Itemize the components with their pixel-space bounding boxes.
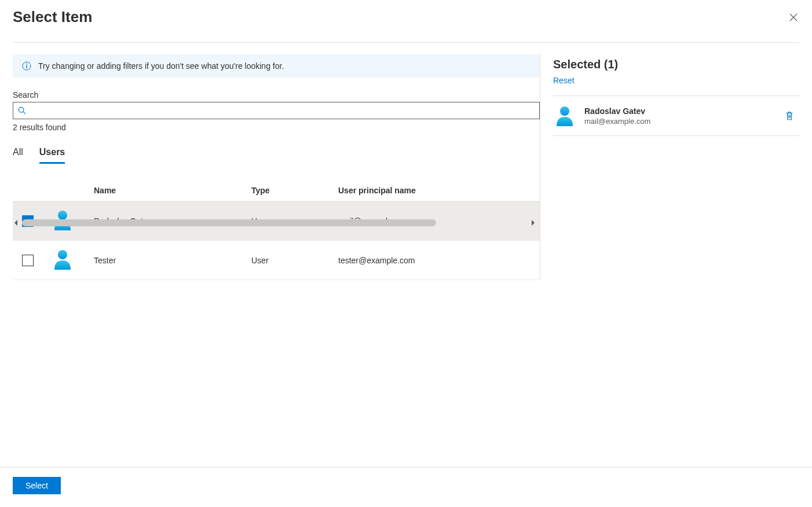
reset-link[interactable]: Reset <box>553 76 575 85</box>
row-type: User <box>251 256 338 265</box>
horizontal-scrollbar[interactable] <box>13 219 536 227</box>
search-box[interactable] <box>13 102 540 119</box>
scroll-left-icon[interactable] <box>13 219 19 227</box>
svg-rect-2 <box>26 65 27 68</box>
results-table: Name Type User principal name Radoslav G… <box>13 180 540 280</box>
selected-item-email: mail@example.com <box>584 117 776 126</box>
scroll-track[interactable] <box>22 219 527 226</box>
column-header-name[interactable]: Name <box>94 186 251 195</box>
info-banner: Try changing or adding filters if you do… <box>13 54 540 78</box>
search-input[interactable] <box>30 106 535 115</box>
row-upn: tester@example.com <box>338 256 540 265</box>
close-icon <box>789 13 798 22</box>
results-count: 2 results found <box>13 123 540 132</box>
row-checkbox[interactable] <box>22 255 34 266</box>
select-button[interactable]: Select <box>13 477 61 494</box>
page-title: Select Item <box>13 8 92 26</box>
svg-line-4 <box>23 112 25 114</box>
selected-list: Radoslav Gatev mail@example.com <box>553 95 799 136</box>
footer: Select <box>0 467 812 507</box>
close-button[interactable] <box>788 12 799 23</box>
scroll-right-icon[interactable] <box>531 219 536 227</box>
delete-icon[interactable] <box>784 111 795 121</box>
selected-panel-title: Selected (1) <box>553 58 799 71</box>
table-header: Name Type User principal name <box>13 180 540 201</box>
svg-point-1 <box>26 64 27 65</box>
info-icon <box>22 61 31 71</box>
selected-item: Radoslav Gatev mail@example.com <box>553 96 799 136</box>
svg-point-7 <box>560 106 569 116</box>
tab-all[interactable]: All <box>13 147 23 164</box>
user-avatar-icon <box>51 248 74 271</box>
search-icon <box>18 106 26 115</box>
svg-point-6 <box>58 250 67 259</box>
tab-users[interactable]: Users <box>39 147 65 164</box>
column-header-upn[interactable]: User principal name <box>338 186 540 195</box>
info-banner-text: Try changing or adding filters if you do… <box>38 61 284 71</box>
selected-item-name: Radoslav Gatev <box>584 106 776 116</box>
user-avatar-icon <box>553 104 576 127</box>
search-label: Search <box>13 90 540 100</box>
scroll-thumb[interactable] <box>22 219 436 226</box>
svg-point-3 <box>19 107 24 112</box>
row-name: Tester <box>94 256 251 265</box>
column-header-type[interactable]: Type <box>251 186 338 195</box>
tabs: All Users <box>13 147 540 164</box>
table-row[interactable]: Tester User tester@example.com <box>13 241 540 280</box>
